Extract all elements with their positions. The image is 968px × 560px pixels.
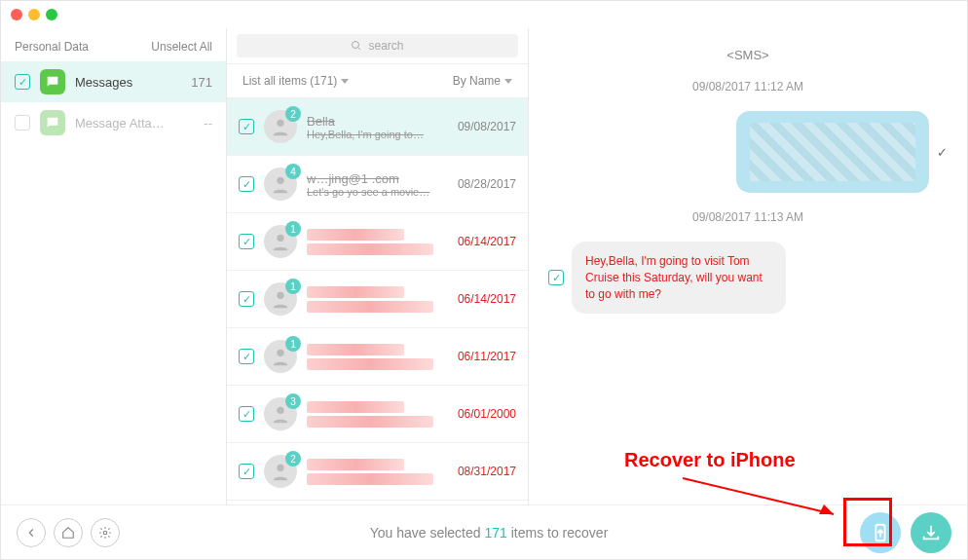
- contact-name: w…jing@1 .com: [307, 171, 448, 186]
- category-label: Messages: [75, 75, 181, 90]
- contact-avatar: 4: [264, 168, 297, 201]
- conversation-item[interactable]: ✓ 2 08/31/2017: [227, 443, 528, 501]
- export-to-computer-button[interactable]: [911, 512, 951, 553]
- item-date: 06/14/2017: [458, 235, 516, 248]
- item-date: 08/31/2017: [458, 465, 516, 478]
- arrow-left-icon: [24, 526, 38, 540]
- redacted-preview: [307, 416, 433, 428]
- recover-to-iphone-button[interactable]: [860, 512, 901, 553]
- item-checkbox[interactable]: ✓: [239, 464, 254, 479]
- redacted-name: [307, 286, 404, 298]
- message-preview-panel: <SMS> 09/08/2017 11:12 AM ✓ 09/08/2017 1…: [529, 28, 967, 504]
- unread-badge: 1: [285, 279, 301, 294]
- contact-avatar: 3: [264, 397, 297, 430]
- settings-button[interactable]: [91, 518, 120, 547]
- back-button[interactable]: [17, 518, 46, 547]
- unread-badge: 2: [285, 451, 301, 467]
- conversation-item[interactable]: ✓ 4 w…jing@1 .com Let's go yo see a movi…: [227, 156, 528, 213]
- svg-point-5: [277, 292, 283, 299]
- conversation-item[interactable]: ✓ 2 Bella Hey,Bella, I'm going to… 09/08…: [227, 98, 528, 156]
- received-message-bubble[interactable]: Hey,Bella, I'm going to visit Tom Cruise…: [572, 242, 786, 314]
- sidebar-category-messages[interactable]: ✓ Messages 171: [1, 61, 226, 102]
- message-list-panel: search List all items (171) By Name ✓ 2 …: [227, 28, 529, 504]
- contact-avatar: 1: [264, 225, 297, 258]
- list-filter-dropdown[interactable]: List all items (171): [242, 74, 349, 88]
- item-date: 06/14/2017: [458, 292, 516, 306]
- item-date: 06/01/2000: [458, 407, 516, 421]
- category-checkbox[interactable]: [15, 115, 30, 131]
- unread-badge: 3: [285, 393, 301, 409]
- redacted-name: [307, 344, 404, 355]
- svg-point-8: [277, 465, 283, 471]
- redacted-preview: [307, 243, 433, 255]
- item-checkbox[interactable]: ✓: [239, 234, 254, 249]
- conversation-item[interactable]: ✓ 3 06/01/2000: [227, 386, 528, 443]
- svg-point-10: [103, 531, 107, 535]
- svg-point-0: [353, 42, 359, 49]
- redacted-content: [750, 123, 915, 181]
- selection-status-text: You have selected 171 items to recover: [128, 525, 850, 541]
- conversation-item[interactable]: ✓ 1 06/14/2017: [227, 213, 528, 271]
- redacted-preview: [307, 473, 433, 485]
- message-timestamp: 09/08/2017 11:13 AM: [548, 210, 948, 224]
- sidebar-category-message-attach[interactable]: Message Atta… --: [1, 102, 226, 143]
- chevron-down-icon: [504, 79, 512, 84]
- maximize-window-button[interactable]: [46, 9, 57, 20]
- redacted-name: [307, 229, 404, 241]
- sidebar: Personal Data Unselect All ✓ Messages 17…: [1, 28, 227, 504]
- download-icon: [920, 522, 942, 543]
- list-filter-label: List all items (171): [242, 74, 337, 88]
- message-preview: Let's go yo see a movie…: [307, 186, 448, 198]
- unread-badge: 1: [285, 221, 301, 237]
- category-count: 171: [191, 75, 212, 90]
- item-date: 09/08/2017: [458, 120, 516, 133]
- redacted-name: [307, 401, 404, 413]
- unread-badge: 4: [285, 164, 301, 179]
- item-checkbox[interactable]: ✓: [239, 291, 254, 307]
- home-button[interactable]: [54, 518, 83, 547]
- svg-line-1: [358, 48, 361, 51]
- messages-icon: [40, 69, 65, 94]
- svg-point-3: [277, 177, 283, 184]
- item-checkbox[interactable]: ✓: [239, 349, 254, 364]
- message-checkbox[interactable]: ✓: [937, 145, 948, 160]
- phone-import-icon: [870, 522, 891, 543]
- window-titlebar: [1, 1, 967, 28]
- redacted-name: [307, 459, 404, 470]
- contact-avatar: 2: [264, 455, 297, 488]
- svg-point-4: [277, 235, 283, 242]
- item-checkbox[interactable]: ✓: [239, 176, 254, 192]
- unread-badge: 1: [285, 336, 301, 352]
- category-checkbox[interactable]: ✓: [15, 74, 30, 90]
- contact-avatar: 1: [264, 282, 297, 316]
- close-window-button[interactable]: [11, 9, 22, 20]
- search-placeholder: search: [368, 39, 403, 53]
- contact-avatar: 1: [264, 340, 297, 373]
- minimize-window-button[interactable]: [28, 9, 40, 20]
- sent-message-bubble[interactable]: [736, 111, 929, 193]
- sort-dropdown[interactable]: By Name: [453, 74, 512, 88]
- message-attach-icon: [40, 110, 65, 135]
- item-date: 08/28/2017: [458, 177, 516, 191]
- conversation-item[interactable]: ✓ 1 06/11/2017: [227, 328, 528, 386]
- category-label: Message Atta…: [75, 116, 194, 131]
- contact-avatar: 2: [264, 110, 297, 143]
- search-input[interactable]: search: [237, 34, 518, 57]
- svg-point-2: [277, 120, 283, 127]
- redacted-preview: [307, 301, 433, 313]
- item-date: 06/11/2017: [458, 350, 516, 363]
- message-preview: Hey,Bella, I'm going to…: [307, 129, 448, 140]
- conversation-item[interactable]: ✓ 1 06/14/2017: [227, 271, 528, 328]
- unselect-all-link[interactable]: Unselect All: [151, 40, 212, 54]
- svg-point-7: [277, 407, 283, 414]
- home-icon: [61, 526, 75, 540]
- category-count: --: [204, 116, 212, 131]
- sort-label: By Name: [453, 74, 501, 88]
- chevron-down-icon: [341, 79, 349, 84]
- contact-name: Bella: [307, 114, 448, 129]
- svg-point-6: [277, 350, 283, 356]
- item-checkbox[interactable]: ✓: [239, 406, 254, 422]
- item-checkbox[interactable]: ✓: [239, 119, 254, 134]
- message-checkbox[interactable]: ✓: [548, 270, 564, 285]
- preview-type-label: <SMS>: [548, 48, 948, 62]
